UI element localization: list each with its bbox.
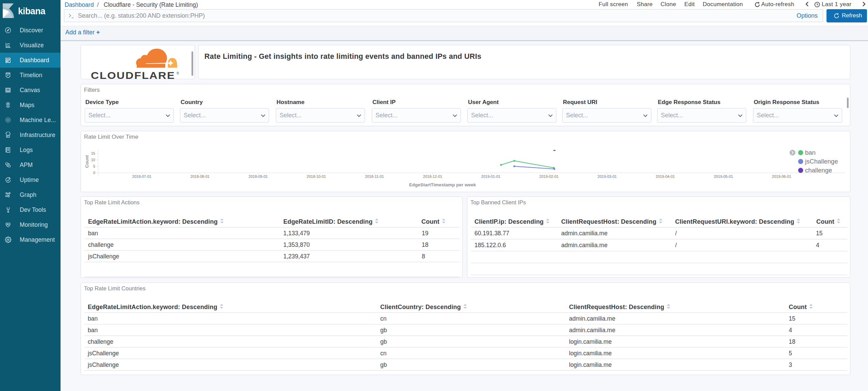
svg-text:2019-04-01: 2019-04-01	[656, 174, 675, 178]
svg-text:2019-02-01: 2019-02-01	[539, 174, 558, 178]
svg-text:Count: Count	[84, 155, 89, 168]
svg-text:2019-03-01: 2019-03-01	[598, 174, 617, 178]
svg-text:2019-06-01: 2019-06-01	[772, 174, 791, 178]
svg-text:EdgeStartTimestamp per week: EdgeStartTimestamp per week	[409, 182, 476, 187]
svg-text:10: 10	[91, 158, 95, 162]
svg-text:0: 0	[93, 171, 95, 175]
svg-text:2018-08-01: 2018-08-01	[190, 174, 210, 178]
svg-text:ban: ban	[805, 149, 816, 156]
svg-text:challenge: challenge	[805, 167, 832, 174]
svg-text:15: 15	[91, 151, 95, 155]
svg-text:2018-09-01: 2018-09-01	[249, 174, 268, 178]
svg-text:2019-01-01: 2019-01-01	[481, 174, 500, 178]
svg-text:®: ®	[177, 71, 179, 75]
svg-text:2018-07-01: 2018-07-01	[132, 174, 151, 178]
svg-text:2018-12-01: 2018-12-01	[423, 174, 442, 178]
svg-text:jsChallenge: jsChallenge	[805, 158, 838, 165]
svg-text:2018-10-01: 2018-10-01	[307, 174, 326, 178]
svg-text:CLOUDFLARE: CLOUDFLARE	[91, 71, 175, 81]
svg-text:2019-05-01: 2019-05-01	[714, 174, 733, 178]
svg-text:2018-11-01: 2018-11-01	[365, 174, 384, 178]
svg-text:5: 5	[93, 164, 95, 168]
